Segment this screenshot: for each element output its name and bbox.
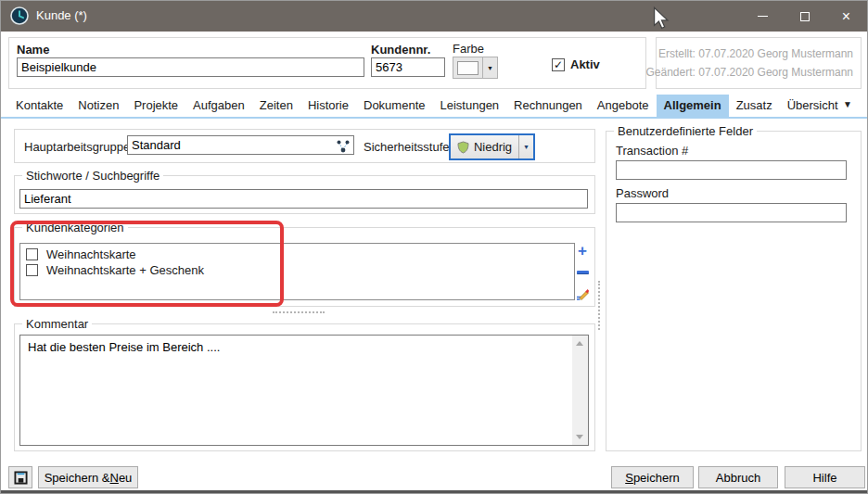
tab-allgemein[interactable]: Allgemein <box>657 95 729 117</box>
close-icon: × <box>842 9 850 24</box>
aktiv-checkbox[interactable] <box>552 58 565 71</box>
kundennr-input[interactable] <box>371 57 445 77</box>
shield-icon <box>457 141 469 154</box>
scroll-up-icon[interactable] <box>576 341 583 346</box>
tab-rechnungen[interactable]: Rechnungen <box>506 95 590 117</box>
password-input[interactable] <box>616 203 847 222</box>
kundenkategorien-label: Kundenkategorien <box>22 221 128 234</box>
kategorien-listbox[interactable]: Weihnachtskarte Weihnachtskarte + Gesche… <box>19 243 575 300</box>
workgroup-picker-icon[interactable] <box>336 139 351 154</box>
tab-uebersicht[interactable]: Übersicht <box>780 95 846 117</box>
kunde-dialog-window: Kunde (*) × Name Kundennr. Farbe ▼ Aktiv <box>0 0 868 494</box>
kommentar-textarea[interactable]: Hat die besten Preise im Bereich .... <box>20 336 572 445</box>
tab-kontakte[interactable]: Kontakte <box>8 95 70 117</box>
tab-projekte[interactable]: Projekte <box>126 95 185 117</box>
stichworte-label: Stichworte / Suchbegriffe <box>22 169 163 183</box>
sicherheitsstufe-dropdown[interactable]: Niedrig ▼ <box>449 133 535 160</box>
kommentar-scrollbar[interactable] <box>572 336 588 445</box>
chevron-down-icon: ▼ <box>487 65 493 71</box>
help-button[interactable]: Hilfe <box>785 466 865 488</box>
minimize-button[interactable] <box>742 1 784 32</box>
window-bottom-edge <box>1 490 867 493</box>
audit-info-group: Erstellt: 07.07.2020 Georg Mustermann Ge… <box>656 37 862 89</box>
stichworte-input[interactable] <box>19 189 588 209</box>
kategorie-label-1: Weihnachtskarte <box>46 247 136 261</box>
kommentar-label: Kommentar <box>22 317 92 331</box>
benutzerdefinierte-felder-group: Benutzerdefinierte Felder Transaction # … <box>606 131 862 451</box>
floppy-disk-icon <box>14 471 28 485</box>
farbe-color-picker[interactable]: ▼ <box>453 57 498 79</box>
add-category-button[interactable]: + <box>578 245 587 258</box>
sicherheitsstufe-dropdown-button[interactable]: ▼ <box>518 135 533 158</box>
maximize-button[interactable] <box>784 1 825 32</box>
list-item[interactable]: Weihnachtskarte + Geschenk <box>20 262 574 278</box>
workgroup-security-group: Hauptarbeitsgruppe Sicherheitsstufe Nied… <box>14 129 595 163</box>
tab-overflow-icon[interactable]: ▼ <box>843 99 852 109</box>
kategorie-checkbox-2[interactable] <box>26 264 38 276</box>
kommentar-group: Kommentar Hat die besten Preise im Berei… <box>14 323 595 451</box>
password-label: Password <box>616 186 669 200</box>
kundennr-label: Kundennr. <box>371 43 430 57</box>
sicherheitsstufe-label: Sicherheitsstufe <box>364 140 450 154</box>
kundenkategorien-group: Kundenkategorien Weihnachtskarte Weihnac… <box>14 227 595 307</box>
cancel-button[interactable]: Abbruch <box>698 466 778 488</box>
window-title: Kunde (*) <box>36 8 87 22</box>
transaction-input[interactable] <box>616 160 847 180</box>
tab-historie[interactable]: Historie <box>300 95 356 117</box>
horizontal-splitter-dots[interactable] <box>273 311 325 313</box>
remove-category-button[interactable] <box>577 271 589 274</box>
tab-underline <box>1 117 867 119</box>
minimize-icon <box>758 16 768 17</box>
kategorie-label-2: Weihnachtskarte + Geschenk <box>46 263 204 277</box>
titlebar: Kunde (*) × <box>1 1 867 32</box>
farbe-label: Farbe <box>453 42 484 56</box>
vertical-splitter-dots[interactable] <box>598 281 600 330</box>
transaction-label: Transaction # <box>616 144 688 158</box>
kategorie-checkbox-1[interactable] <box>26 248 38 260</box>
chevron-down-icon: ▼ <box>523 144 530 150</box>
save-button[interactable]: Speichern <box>611 466 694 488</box>
close-button[interactable]: × <box>825 1 867 32</box>
tab-notizen[interactable]: Notizen <box>70 95 126 117</box>
color-swatch <box>457 61 479 75</box>
aktiv-label: Aktiv <box>570 57 600 71</box>
modified-text: Geändert: 07.07.2020 Georg Mustermann <box>646 63 853 82</box>
mouse-cursor <box>653 6 670 31</box>
created-text: Erstellt: 07.07.2020 Georg Mustermann <box>646 44 853 63</box>
tab-dokumente[interactable]: Dokumente <box>356 95 432 117</box>
stichworte-group: Stichworte / Suchbegriffe <box>14 175 595 214</box>
name-label: Name <box>17 43 49 57</box>
tab-zeiten[interactable]: Zeiten <box>252 95 300 117</box>
tab-leistungen[interactable]: Leistungen <box>432 95 506 117</box>
tab-aufgaben[interactable]: Aufgaben <box>185 95 252 117</box>
maximize-icon <box>800 12 810 21</box>
hauptarbeitsgruppe-input[interactable] <box>127 135 354 155</box>
color-dropdown-button[interactable]: ▼ <box>483 57 498 79</box>
list-item[interactable]: Weihnachtskarte <box>20 247 574 262</box>
save-and-new-button[interactable]: Speichern & Neu <box>38 466 138 488</box>
quick-save-button[interactable] <box>8 466 32 488</box>
customer-header-group: Name Kundennr. Farbe ▼ Aktiv <box>8 37 646 89</box>
clock-app-icon <box>10 6 29 25</box>
scroll-down-icon[interactable] <box>576 435 583 439</box>
edit-categories-button[interactable] <box>575 287 590 302</box>
tab-zusatz[interactable]: Zusatz <box>729 95 780 117</box>
tab-bar: Kontakte Notizen Projekte Aufgaben Zeite… <box>8 95 846 117</box>
color-swatch-button[interactable] <box>453 57 483 79</box>
sicherheitsstufe-value: Niedrig <box>474 140 512 154</box>
tab-angebote[interactable]: Angebote <box>590 95 657 117</box>
benutzerdefinierte-felder-label: Benutzerdefinierte Felder <box>614 124 757 138</box>
hauptarbeitsgruppe-label: Hauptarbeitsgruppe <box>24 140 130 154</box>
name-input[interactable] <box>17 57 364 77</box>
